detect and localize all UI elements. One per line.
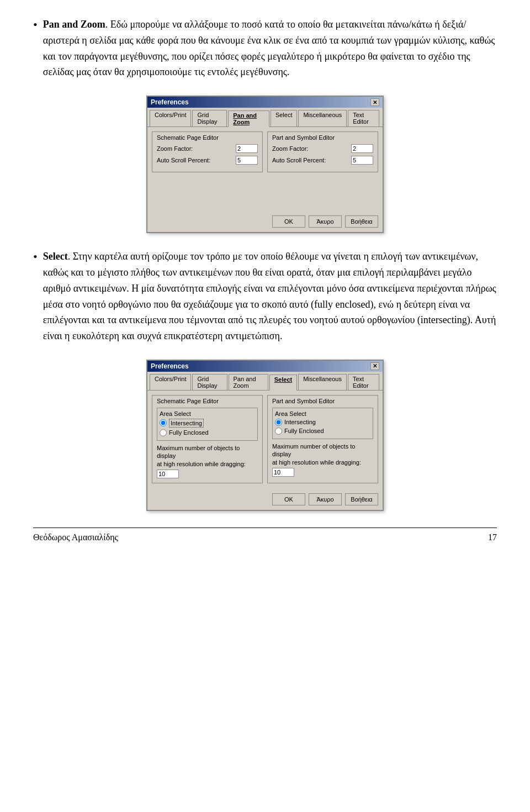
pan-zoom-dialog-title: Preferences (151, 98, 189, 106)
part-intersecting-label: Intersecting (284, 419, 316, 425)
pan-zoom-dialog-wrapper: Preferences ✕ Colors/Print Grid Display … (33, 96, 497, 233)
pan-zoom-content: Pan and Zoom. Εδώ μπορούμε να αλλάξουμε … (43, 17, 497, 80)
author-name: Θεόδωρος Αμασιαλίδης (33, 532, 118, 542)
part-symbol-select-title: Part and Symbol Editor (272, 398, 373, 404)
tab-colors-print-2[interactable]: Colors/Print (150, 374, 191, 390)
part-max-label: Maximum number of objects to displayat h… (272, 442, 373, 466)
pan-zoom-ok-button[interactable]: OK (272, 215, 305, 228)
auto-scroll-input-2[interactable] (351, 156, 373, 165)
schematic-area-select-box: Area Select Intersecting Fully Enclosed (157, 408, 258, 441)
page-number: 17 (488, 532, 497, 542)
tab-pan-zoom-active[interactable]: Pan and Zoom (228, 110, 269, 127)
part-fully-enclosed-label: Fully Enclosed (284, 428, 324, 434)
bullet-pan-zoom: • (33, 18, 38, 80)
select-text: Στην καρτέλα αυτή ορίζουμε τον τρόπο με … (43, 251, 496, 341)
schematic-intersecting-row: Intersecting (160, 419, 255, 428)
pan-zoom-groups-row: Schematic Page Editor Zoom Factor: Auto … (152, 131, 378, 176)
schematic-select-title: Schematic Page Editor (157, 398, 258, 404)
tab-select-active[interactable]: Select (269, 375, 297, 391)
tab-text-editor-1[interactable]: Text Editor (348, 110, 379, 126)
tab-select-1[interactable]: Select (271, 110, 298, 126)
pan-zoom-close-button[interactable]: ✕ (370, 98, 379, 106)
auto-scroll-label-1: Auto Scroll Percent: (157, 157, 236, 164)
select-dialog-buttons: OK Άκυρο Βοήθεια (147, 491, 383, 510)
tab-grid-display-1[interactable]: Grid Display (192, 110, 227, 126)
pan-zoom-dialog-body: Schematic Page Editor Zoom Factor: Auto … (147, 127, 383, 213)
zoom-factor-row-1: Zoom Factor: (157, 144, 258, 153)
pan-zoom-titlebar: Preferences ✕ (147, 97, 383, 108)
select-close-button[interactable]: ✕ (370, 362, 379, 370)
select-dialog-wrapper: Preferences ✕ Colors/Print Grid Display … (33, 360, 497, 511)
select-content: Select. Στην καρτέλα αυτή ορίζουμε τον τ… (43, 249, 497, 344)
schematic-group-title-1: Schematic Page Editor (157, 134, 258, 141)
select-dialog: Preferences ✕ Colors/Print Grid Display … (146, 360, 384, 511)
tab-misc-2[interactable]: Miscellaneous (298, 374, 347, 390)
part-fully-enclosed-radio[interactable] (275, 428, 282, 435)
auto-scroll-input-1[interactable] (236, 156, 258, 165)
pan-zoom-title: Pan and Zoom (43, 19, 105, 30)
part-symbol-group-title-1: Part and Symbol Editor (272, 134, 373, 141)
select-groups-row: Schematic Page Editor Area Select Inters… (152, 395, 378, 487)
part-max-input[interactable] (272, 468, 294, 477)
schematic-max-input[interactable] (157, 470, 179, 478)
auto-scroll-row-1: Auto Scroll Percent: (157, 156, 258, 165)
page-footer: Θεόδωρος Αμασιαλίδης 17 (33, 528, 497, 542)
auto-scroll-row-2: Auto Scroll Percent: (272, 156, 373, 165)
tab-grid-display-2[interactable]: Grid Display (192, 374, 227, 390)
select-dialog-title: Preferences (151, 362, 189, 370)
schematic-max-label: Maximum number of objects to displayat h… (157, 444, 258, 468)
schematic-select-group: Schematic Page Editor Area Select Inters… (152, 395, 263, 483)
pan-zoom-tabs: Colors/Print Grid Display Pan and Zoom S… (147, 108, 383, 127)
part-intersecting-radio[interactable] (275, 419, 282, 426)
select-title: Select (43, 251, 68, 262)
select-ok-button[interactable]: OK (272, 493, 305, 505)
pan-zoom-cancel-button[interactable]: Άκυρο (309, 215, 342, 228)
part-area-select-box: Area Select Intersecting Fully Enclosed (272, 408, 373, 439)
schematic-fully-enclosed-row: Fully Enclosed (160, 429, 255, 436)
auto-scroll-label-2: Auto Scroll Percent: (272, 157, 351, 164)
schematic-fully-enclosed-radio[interactable] (160, 429, 167, 436)
schematic-intersecting-radio[interactable] (160, 419, 167, 426)
select-cancel-button[interactable]: Άκυρο (309, 493, 342, 505)
pan-zoom-spacer (152, 176, 378, 209)
pan-zoom-dialog: Preferences ✕ Colors/Print Grid Display … (146, 96, 384, 233)
pan-zoom-section: • Pan and Zoom. Εδώ μπορούμε να αλλάξουμ… (33, 17, 497, 80)
select-tabs: Colors/Print Grid Display Pan and Zoom S… (147, 372, 383, 391)
schematic-fully-enclosed-label: Fully Enclosed (169, 429, 209, 436)
part-intersecting-row: Intersecting (275, 419, 370, 426)
part-area-select-label: Area Select (275, 410, 370, 417)
pan-zoom-help-button[interactable]: Βοήθεια (345, 215, 378, 228)
zoom-factor-input-1[interactable] (236, 144, 258, 153)
bullet-select: • (33, 250, 38, 344)
tab-colors-print-1[interactable]: Colors/Print (150, 110, 191, 126)
zoom-factor-row-2: Zoom Factor: (272, 144, 373, 153)
select-section: • Select. Στην καρτέλα αυτή ορίζουμε τον… (33, 249, 497, 344)
tab-misc-1[interactable]: Miscellaneous (298, 110, 347, 126)
select-help-button[interactable]: Βοήθεια (345, 493, 378, 505)
part-symbol-select-group: Part and Symbol Editor Area Select Inter… (267, 395, 378, 483)
zoom-factor-input-2[interactable] (351, 144, 373, 153)
zoom-factor-label-1: Zoom Factor: (157, 145, 236, 152)
pan-zoom-dialog-buttons: OK Άκυρο Βοήθεια (147, 213, 383, 232)
part-symbol-editor-group-1: Part and Symbol Editor Zoom Factor: Auto… (267, 131, 378, 172)
zoom-factor-label-2: Zoom Factor: (272, 145, 351, 152)
pan-zoom-text: Εδώ μπορούμε να αλλάξουμε το ποσό κατά τ… (43, 19, 495, 77)
tab-text-editor-2[interactable]: Text Editor (348, 374, 379, 390)
schematic-intersecting-label: Intersecting (169, 419, 204, 428)
schematic-page-editor-group-1: Schematic Page Editor Zoom Factor: Auto … (152, 131, 263, 172)
select-titlebar: Preferences ✕ (147, 361, 383, 372)
select-dialog-body: Schematic Page Editor Area Select Inters… (147, 391, 383, 491)
tab-pan-zoom-2[interactable]: Pan and Zoom (229, 374, 268, 390)
part-fully-enclosed-row: Fully Enclosed (275, 428, 370, 435)
schematic-area-select-label: Area Select (160, 410, 255, 417)
